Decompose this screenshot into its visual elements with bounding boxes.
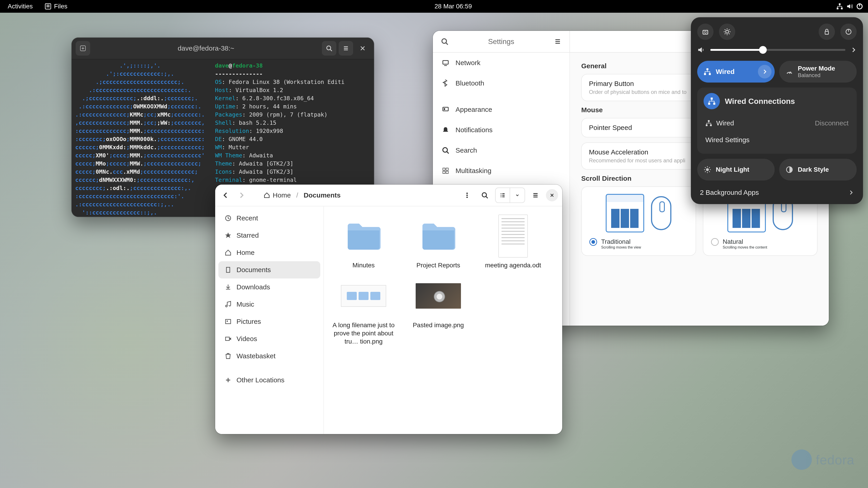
search-button[interactable] [322,41,336,56]
file-item-minutes[interactable]: Minutes [326,213,401,273]
svg-rect-2 [46,6,50,7]
wired-toggle[interactable]: Wired [697,61,775,83]
sidebar-item-appearance[interactable]: Appearance [433,99,569,120]
sidebar-recent[interactable]: Recent [218,209,320,227]
volume-icon [697,46,705,54]
app-menu-button[interactable]: Files [42,1,70,11]
breadcrumb-documents[interactable]: Documents [304,192,340,199]
app-menu-label: Files [54,3,67,10]
svg-rect-66 [711,97,713,99]
svg-rect-4 [837,8,839,9]
svg-point-18 [442,39,446,43]
svg-rect-56 [703,30,708,34]
bluetooth-icon [442,80,449,87]
wired-connection-row[interactable]: Wired Disconnect [704,115,850,132]
power-mode-toggle[interactable]: Power Mode Balanced [779,61,857,83]
svg-point-72 [706,168,709,171]
network-wired-icon [704,68,711,76]
svg-rect-69 [708,120,710,122]
breadcrumb[interactable]: Home / Documents [259,187,346,203]
settings-button[interactable] [719,24,735,40]
close-button[interactable] [355,41,370,56]
breadcrumb-home[interactable]: Home [264,192,291,199]
quick-settings-panel: Wired Power Mode Balanced Wired Connecti… [691,17,863,204]
sidebar-videos[interactable]: Videos [218,330,320,347]
svg-rect-3 [839,3,841,5]
svg-rect-29 [443,168,445,170]
terminal-title: dave@fedora-38:~ [92,45,320,52]
svg-rect-70 [706,124,708,126]
top-panel: Activities Files 28 Mar 06:59 [0,0,868,13]
forward-button[interactable] [235,189,248,202]
radio-natural[interactable] [711,238,719,246]
svg-rect-59 [825,31,829,34]
lock-button[interactable] [818,24,835,40]
file-item-agenda[interactable]: meeting agenda.odt [476,213,551,273]
file-item-pasted[interactable]: Pasted image.png [401,273,476,349]
hamburger-menu-button[interactable] [528,188,543,202]
svg-rect-62 [707,68,709,70]
sidebar-pictures[interactable]: Pictures [218,313,320,330]
wired-settings-row[interactable]: Wired Settings [704,132,850,148]
sidebar-documents[interactable]: Documents [218,261,320,279]
radio-traditional[interactable] [589,238,597,246]
search-button[interactable] [477,188,492,202]
close-button[interactable] [546,189,558,201]
svg-line-12 [330,50,332,51]
search-icon [442,147,449,154]
activities-button[interactable]: Activities [5,1,35,11]
sidebar-starred[interactable]: Starred [218,227,320,244]
svg-rect-68 [713,103,715,105]
kebab-menu-button[interactable] [460,188,474,202]
svg-point-27 [443,148,447,152]
svg-line-19 [446,43,448,45]
sidebar-home[interactable]: Home [218,244,320,261]
svg-point-58 [726,30,729,33]
view-switcher [495,188,525,203]
sidebar-item-search[interactable]: Search [433,140,569,161]
disconnect-button[interactable]: Disconnect [815,119,848,127]
menu-button[interactable] [551,34,565,49]
search-button[interactable] [437,34,452,49]
sidebar-trash[interactable]: Wastebasket [218,347,320,365]
file-item-reports[interactable]: Project Reports [401,213,476,273]
dark-style-toggle[interactable]: Dark Style [779,159,857,180]
files-icon [45,3,51,9]
new-tab-button[interactable] [76,41,90,56]
clock-button[interactable]: 28 Mar 06:59 [432,1,474,11]
night-light-toggle[interactable]: Night Light [697,159,775,180]
sidebar-item-notifications[interactable]: Notifications [433,120,569,140]
menu-button[interactable] [339,41,353,56]
gauge-icon [785,68,793,76]
wired-expand-button[interactable] [758,65,772,79]
network-wired-icon [836,3,843,10]
files-window: Home / Documents Recent Starred Home Doc… [215,184,562,434]
screenshot-button[interactable] [697,24,714,40]
svg-line-28 [447,152,449,153]
sidebar-item-network[interactable]: Network [433,53,569,73]
svg-rect-26 [444,108,445,110]
files-view[interactable]: Minutes Project Reports meeting agenda.o… [324,206,562,434]
view-dropdown-button[interactable] [510,188,525,202]
wired-connections-title: Wired Connections [725,97,795,106]
sidebar-downloads[interactable]: Downloads [218,279,320,296]
sidebar-item-multitasking[interactable]: Multitasking [433,161,569,181]
file-item-longname[interactable]: A long filename just to prove the point … [326,273,401,349]
svg-rect-1 [46,5,50,6]
fedora-watermark: fedora [792,450,855,470]
sidebar-item-bluetooth[interactable]: Bluetooth [433,73,569,93]
scroll-traditional-option[interactable]: Traditional Scrolling moves the view [581,186,696,256]
grid-view-button[interactable] [496,188,510,202]
svg-line-37 [486,197,488,198]
power-button[interactable] [840,24,857,40]
sidebar-other-locations[interactable]: Other Locations [218,371,320,389]
svg-rect-32 [446,171,448,173]
svg-rect-64 [709,73,711,75]
sidebar-music[interactable]: Music [218,296,320,313]
background-apps-row[interactable]: 2 Background Apps [697,185,857,200]
volume-slider[interactable] [710,49,845,51]
svg-point-11 [327,46,331,50]
status-area[interactable] [836,3,863,10]
chevron-right-icon[interactable] [850,47,857,53]
back-button[interactable] [219,189,232,202]
